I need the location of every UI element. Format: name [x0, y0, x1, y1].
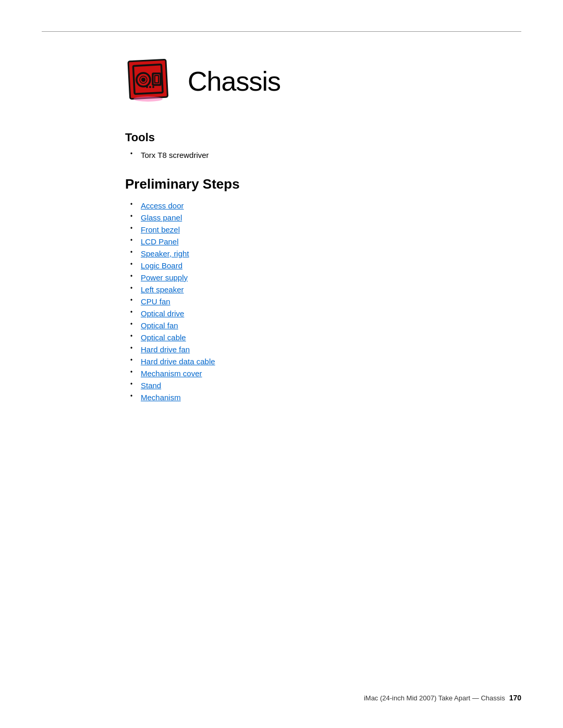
- svg-point-4: [141, 78, 145, 82]
- step-item-optical-cable: Optical cable: [130, 331, 521, 343]
- preliminary-steps-list: Access door Glass panel Front bezel LCD …: [130, 200, 521, 403]
- tools-item-1: Torx T8 screwdriver: [130, 150, 521, 161]
- svg-point-8: [146, 86, 148, 88]
- step-item-speaker-right: Speaker, right: [130, 248, 521, 260]
- tools-heading: Tools: [125, 131, 521, 144]
- mechanism-cover-link[interactable]: Mechanism cover: [141, 369, 202, 378]
- lcd-panel-link[interactable]: LCD Panel: [141, 237, 179, 246]
- step-item-front-bezel: Front bezel: [130, 224, 521, 236]
- footer: iMac (24-inch Mid 2007) Take Apart — Cha…: [364, 694, 521, 702]
- glass-panel-link[interactable]: Glass panel: [141, 213, 182, 222]
- step-item-access-door: Access door: [130, 200, 521, 212]
- page-container: Chassis Tools Torx T8 screwdriver Prelim…: [0, 0, 563, 728]
- hard-drive-data-cable-link[interactable]: Hard drive data cable: [141, 357, 215, 366]
- optical-cable-link[interactable]: Optical cable: [141, 333, 186, 342]
- step-item-mechanism: Mechanism: [130, 391, 521, 403]
- content-section: Tools Torx T8 screwdriver Preliminary St…: [125, 131, 521, 403]
- footer-page-number: 170: [509, 694, 521, 702]
- footer-text: iMac (24-inch Mid 2007) Take Apart — Cha…: [364, 694, 505, 702]
- front-bezel-link[interactable]: Front bezel: [141, 225, 180, 234]
- step-item-logic-board: Logic Board: [130, 260, 521, 272]
- speaker-right-link[interactable]: Speaker, right: [141, 249, 189, 258]
- chapter-icon: [125, 58, 172, 105]
- svg-point-10: [152, 86, 154, 88]
- cpu-fan-link[interactable]: CPU fan: [141, 297, 170, 306]
- step-item-mechanism-cover: Mechanism cover: [130, 367, 521, 379]
- tools-list: Torx T8 screwdriver: [130, 150, 521, 161]
- chassis-icon-svg: [125, 58, 172, 105]
- power-supply-link[interactable]: Power supply: [141, 273, 188, 282]
- stand-link[interactable]: Stand: [141, 381, 161, 390]
- step-item-left-speaker: Left speaker: [130, 283, 521, 295]
- tools-item-1-text: Torx T8 screwdriver: [141, 151, 209, 159]
- step-item-cpu-fan: CPU fan: [130, 295, 521, 307]
- access-door-link[interactable]: Access door: [141, 201, 184, 210]
- chapter-title: Chassis: [188, 66, 280, 97]
- step-item-optical-fan: Optical fan: [130, 319, 521, 331]
- step-item-power-supply: Power supply: [130, 272, 521, 283]
- mechanism-link[interactable]: Mechanism: [141, 393, 181, 402]
- optical-drive-link[interactable]: Optical drive: [141, 309, 184, 318]
- step-item-hard-drive-fan: Hard drive fan: [130, 343, 521, 355]
- preliminary-steps-heading: Preliminary Steps: [125, 176, 521, 192]
- hard-drive-fan-link[interactable]: Hard drive fan: [141, 345, 190, 354]
- top-rule: [42, 31, 521, 32]
- step-item-optical-drive: Optical drive: [130, 307, 521, 319]
- step-item-hard-drive-data-cable: Hard drive data cable: [130, 355, 521, 367]
- chapter-header: Chassis: [125, 58, 521, 105]
- left-speaker-link[interactable]: Left speaker: [141, 285, 184, 294]
- step-item-stand: Stand: [130, 379, 521, 391]
- step-item-glass-panel: Glass panel: [130, 212, 521, 224]
- svg-point-9: [149, 86, 151, 88]
- logic-board-link[interactable]: Logic Board: [141, 261, 182, 270]
- optical-fan-link[interactable]: Optical fan: [141, 321, 178, 330]
- step-item-lcd-panel: LCD Panel: [130, 236, 521, 248]
- svg-point-11: [133, 96, 163, 102]
